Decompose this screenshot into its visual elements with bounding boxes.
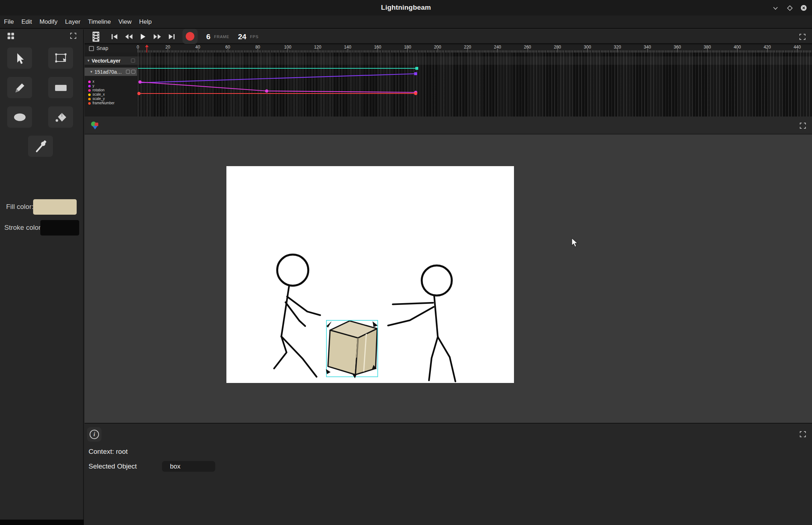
transform-tool-button[interactable]	[48, 47, 73, 69]
property-name: y	[93, 84, 94, 88]
box-object[interactable]	[328, 321, 377, 375]
frame-display: 6 FRAME 24 FPS	[206, 29, 258, 44]
property-row-scale_x[interactable]: scale_x	[85, 92, 137, 97]
record-icon	[186, 32, 194, 41]
layer-grid-icon[interactable]	[131, 70, 135, 74]
info-icon: i	[90, 430, 99, 439]
property-color-dot	[88, 102, 91, 105]
expand-inspector-icon[interactable]	[797, 428, 809, 440]
menu-edit[interactable]: Edit	[21, 18, 32, 26]
title-bar: Lightningbeam	[0, 0, 812, 15]
disclosure-triangle-icon[interactable]: ▾	[87, 58, 90, 63]
selected-object-dropdown[interactable]: box	[162, 461, 215, 472]
frame-label: FRAME	[214, 35, 230, 39]
property-row-x[interactable]: x	[85, 79, 137, 84]
timeline-tracks[interactable]	[137, 52, 812, 117]
expand-timeline-icon[interactable]	[795, 30, 809, 43]
canvas-header	[85, 117, 812, 134]
rewind-button[interactable]	[122, 30, 136, 43]
stroke-color-swatch[interactable]	[40, 220, 79, 236]
selected-object-row: Selected Object box	[89, 461, 215, 472]
timeline-ruler[interactable]: Snap 02040608010012014016018020022024026…	[85, 45, 812, 52]
property-color-dot	[88, 89, 91, 92]
maximize-icon[interactable]	[786, 4, 794, 12]
curve-magenta-keyframe[interactable]	[139, 81, 142, 84]
layer-options-icon[interactable]	[131, 59, 135, 63]
curve-magenta-keyframe[interactable]	[265, 90, 269, 93]
skip-to-end-button[interactable]	[165, 30, 179, 43]
fps-value: 24	[238, 32, 246, 41]
timeline-panel: 6 FRAME 24 FPS Snap 02040608010012014016…	[85, 29, 812, 117]
curve-purple-keyframe[interactable]	[414, 72, 417, 75]
property-row-y[interactable]: y	[85, 84, 137, 88]
tool-panel: Fill color: Stroke color:	[0, 29, 84, 520]
eyedropper-tool-button[interactable]	[28, 136, 53, 157]
stick-figure-right[interactable]	[388, 265, 455, 381]
property-name: rotation	[93, 88, 104, 92]
property-row-scale_y[interactable]: scale_y	[85, 97, 137, 101]
select-tool-button[interactable]	[7, 47, 32, 69]
fps-label: FPS	[250, 35, 259, 39]
curve-red-keyframe[interactable]	[414, 92, 418, 95]
layer-name: 151ad70a…	[95, 69, 122, 75]
sidebar-footer	[0, 520, 84, 525]
property-name: x	[93, 80, 94, 83]
property-row-frameNumber[interactable]: frameNumber	[85, 101, 137, 105]
fill-color-label: Fill color:	[6, 203, 33, 211]
color-tool-icon[interactable]	[90, 120, 100, 131]
pencil-tool-button[interactable]	[7, 77, 32, 98]
curve-teal-keyframe[interactable]	[415, 67, 418, 70]
property-color-dot	[88, 98, 91, 100]
close-icon[interactable]	[800, 4, 808, 12]
menu-view[interactable]: View	[118, 18, 132, 26]
selected-object-label: Selected Object	[89, 462, 137, 470]
snap-checkbox[interactable]	[89, 46, 94, 51]
menu-bar: FileEditModifyLayerTimelineViewHelp	[0, 15, 812, 29]
fast-forward-button[interactable]	[150, 30, 164, 43]
layer-name: VectorLayer	[92, 58, 121, 64]
record-button[interactable]	[182, 29, 198, 44]
ruler-scale[interactable]: 0204060801001201401601802002202402602803…	[137, 45, 812, 52]
property-color-dot	[88, 81, 91, 83]
ellipse-tool-button[interactable]	[7, 106, 32, 128]
snap-label: Snap	[96, 45, 108, 51]
menu-modify[interactable]: Modify	[40, 18, 58, 26]
curve-purple[interactable]	[140, 74, 416, 83]
property-row-rotation[interactable]: rotation	[85, 88, 137, 92]
layer-row-object[interactable]: ▾ 151ad70a…	[85, 68, 137, 76]
apps-grid-icon[interactable]	[4, 29, 17, 42]
keyframe-curves[interactable]	[137, 52, 812, 117]
play-button[interactable]	[136, 30, 150, 43]
context-label: Context: root	[89, 448, 128, 456]
curve-magenta[interactable]	[140, 82, 416, 92]
paint-bucket-tool-button[interactable]	[48, 106, 73, 128]
expand-canvas-icon[interactable]	[797, 119, 809, 132]
minimize-icon[interactable]	[771, 4, 779, 12]
property-color-dot	[88, 93, 91, 96]
info-button[interactable]: i	[87, 427, 102, 442]
menu-help[interactable]: Help	[139, 18, 152, 26]
window-title: Lightningbeam	[0, 4, 812, 12]
menu-timeline[interactable]: Timeline	[88, 18, 111, 26]
menu-layer[interactable]: Layer	[65, 18, 81, 26]
layer-row-vectorlayer[interactable]: ▾ VectorLayer	[85, 56, 137, 65]
skip-to-start-button[interactable]	[108, 30, 121, 43]
stick-figure-left[interactable]	[274, 255, 320, 377]
disclosure-triangle-icon[interactable]: ▾	[90, 69, 93, 74]
layer-grid-icon[interactable]	[126, 70, 130, 74]
fill-color-swatch[interactable]	[33, 199, 77, 215]
property-name: scale_y	[93, 97, 105, 101]
curve-red-keyframe[interactable]	[137, 92, 141, 95]
layer-list: ▾ VectorLayer ▾ 151ad70a… xyrotationscal…	[85, 52, 137, 117]
stage-canvas[interactable]	[226, 166, 514, 383]
expand-panel-icon[interactable]	[67, 29, 79, 42]
filmstrip-icon[interactable]	[89, 30, 103, 43]
transport-bar: 6 FRAME 24 FPS	[85, 29, 812, 44]
inspector-panel: i Context: root Selected Object box	[85, 423, 812, 525]
rectangle-tool-button[interactable]	[48, 77, 73, 98]
stage-drawing	[226, 166, 514, 383]
menu-file[interactable]: File	[4, 18, 14, 26]
mouse-cursor	[571, 238, 579, 249]
property-name: scale_x	[93, 93, 105, 96]
playhead[interactable]	[146, 45, 147, 52]
